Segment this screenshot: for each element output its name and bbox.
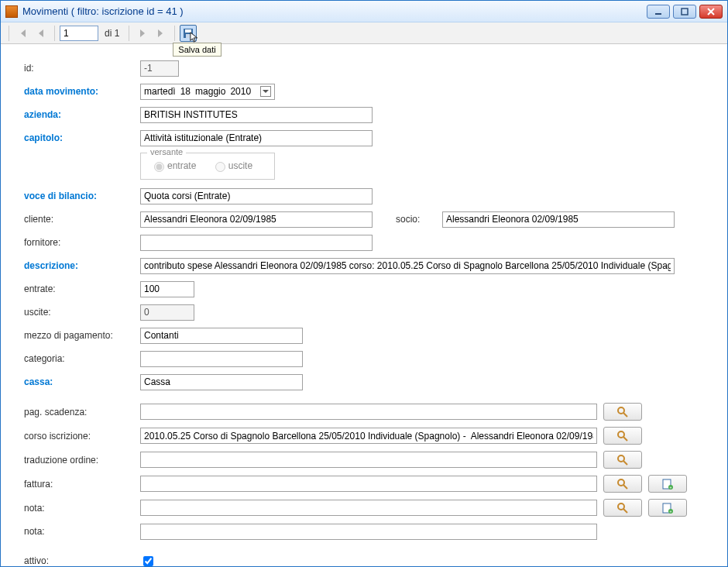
- pag-scadenza-search-button[interactable]: [603, 403, 642, 421]
- entrate-label: entrate:: [24, 284, 140, 294]
- svg-point-11: [618, 455, 624, 462]
- svg-point-18: [618, 503, 624, 510]
- uscite-radio-input: [215, 162, 225, 172]
- fornitore-select: [140, 235, 373, 251]
- svg-point-9: [618, 431, 624, 438]
- svg-point-13: [618, 479, 624, 486]
- svg-point-7: [618, 407, 624, 414]
- calendar-icon[interactable]: [260, 86, 271, 97]
- fattura-select[interactable]: [140, 476, 597, 492]
- date-dow: martedì: [144, 86, 176, 97]
- separator: [129, 26, 129, 41]
- nav-last-button[interactable]: [153, 25, 170, 42]
- svg-rect-1: [682, 9, 688, 15]
- separator: [174, 26, 175, 41]
- attivo-label: attivo:: [24, 555, 140, 566]
- fattura-search-button[interactable]: [603, 475, 642, 493]
- window-controls: [647, 5, 723, 19]
- nota-open-button[interactable]: +: [648, 499, 687, 517]
- capitolo-select[interactable]: [140, 130, 373, 146]
- categoria-select[interactable]: [140, 351, 303, 367]
- cliente-label: cliente:: [24, 214, 140, 225]
- azienda-label: azienda:: [24, 109, 140, 120]
- separator: [54, 26, 55, 41]
- socio-select[interactable]: [442, 211, 675, 228]
- traduzione-label: traduzione ordine:: [24, 455, 140, 466]
- svg-line-12: [623, 461, 627, 465]
- azienda-select[interactable]: [140, 107, 373, 123]
- entrate-radio-input: [154, 162, 164, 172]
- attivo-checkbox[interactable]: [143, 556, 153, 566]
- date-month: maggio: [195, 86, 225, 97]
- svg-rect-6: [186, 34, 191, 38]
- socio-label: socio:: [396, 214, 442, 225]
- versante-legend: versante: [147, 147, 186, 156]
- svg-rect-5: [185, 29, 191, 33]
- toolbar: di 1 Salva dati: [1, 22, 727, 44]
- titlebar: Movimenti ( filtro: iscrizione id = 41 ): [1, 1, 727, 22]
- svg-line-14: [623, 485, 627, 489]
- corso-label: corso iscrizione:: [24, 431, 140, 442]
- uscite-label: uscite:: [24, 307, 140, 318]
- nota-select[interactable]: [140, 500, 597, 516]
- nota-search-button[interactable]: [603, 499, 642, 517]
- maximize-button[interactable]: [673, 5, 696, 19]
- capitolo-label: capitolo:: [24, 132, 140, 143]
- save-tooltip: Salva dati: [173, 43, 221, 57]
- cassa-select[interactable]: [140, 374, 303, 390]
- versante-group: versante entrate uscite: [140, 153, 275, 180]
- date-day: 18: [180, 86, 191, 97]
- date-year: 2010: [230, 86, 251, 97]
- id-label: id:: [24, 63, 140, 74]
- form-area: id: data movimento: martedì 18 maggio 20…: [1, 44, 727, 566]
- window-title: Movimenti ( filtro: iscrizione id = 41 ): [22, 5, 647, 17]
- entrate-field[interactable]: [140, 281, 194, 297]
- svg-line-8: [623, 413, 627, 417]
- separator: [9, 26, 9, 41]
- fattura-open-button[interactable]: +: [648, 475, 687, 493]
- nav-prev-button[interactable]: [33, 25, 50, 42]
- nota-label: nota:: [24, 503, 140, 514]
- svg-text:+: +: [670, 509, 672, 514]
- entrate-radio: entrate: [150, 160, 196, 172]
- cassa-label: cassa:: [24, 376, 140, 387]
- fattura-label: fattura:: [24, 479, 140, 490]
- nav-next-button[interactable]: [134, 25, 151, 42]
- save-button[interactable]: Salva dati: [180, 25, 197, 42]
- cliente-select[interactable]: [140, 211, 373, 228]
- close-button[interactable]: [699, 5, 723, 19]
- descrizione-field[interactable]: [140, 258, 675, 274]
- categoria-label: categoria:: [24, 353, 140, 364]
- svg-line-10: [623, 437, 627, 441]
- voce-select[interactable]: [140, 188, 373, 204]
- nav-first-button[interactable]: [14, 25, 31, 42]
- date-picker[interactable]: martedì 18 maggio 2010: [140, 84, 275, 100]
- nota2-label: nota:: [24, 526, 140, 537]
- id-field[interactable]: [140, 60, 179, 77]
- minimize-button[interactable]: [647, 5, 670, 19]
- voce-label: voce di bilancio:: [24, 191, 140, 201]
- mezzo-label: mezzo di pagamento:: [24, 330, 140, 341]
- traduzione-search-button[interactable]: [603, 451, 642, 469]
- uscite-field[interactable]: [140, 304, 194, 321]
- corso-search-button[interactable]: [603, 427, 642, 445]
- fornitore-label: fornitore:: [24, 237, 140, 248]
- traduzione-select[interactable]: [140, 452, 597, 468]
- descrizione-label: descrizione:: [24, 260, 140, 271]
- pag-scadenza-select: [140, 404, 597, 420]
- app-icon: [5, 5, 18, 18]
- nav-position-input[interactable]: [60, 26, 98, 41]
- mezzo-select[interactable]: [140, 328, 303, 344]
- corso-select[interactable]: [140, 428, 597, 444]
- pag-scadenza-label: pag. scadenza:: [24, 407, 140, 418]
- svg-text:+: +: [670, 485, 672, 490]
- data-movimento-label: data movimento:: [24, 86, 140, 97]
- window: Movimenti ( filtro: iscrizione id = 41 )…: [0, 0, 728, 567]
- nota2-field[interactable]: [140, 524, 597, 540]
- uscite-radio: uscite: [211, 160, 252, 172]
- nav-total-label: di 1: [100, 28, 124, 39]
- svg-line-19: [623, 509, 627, 513]
